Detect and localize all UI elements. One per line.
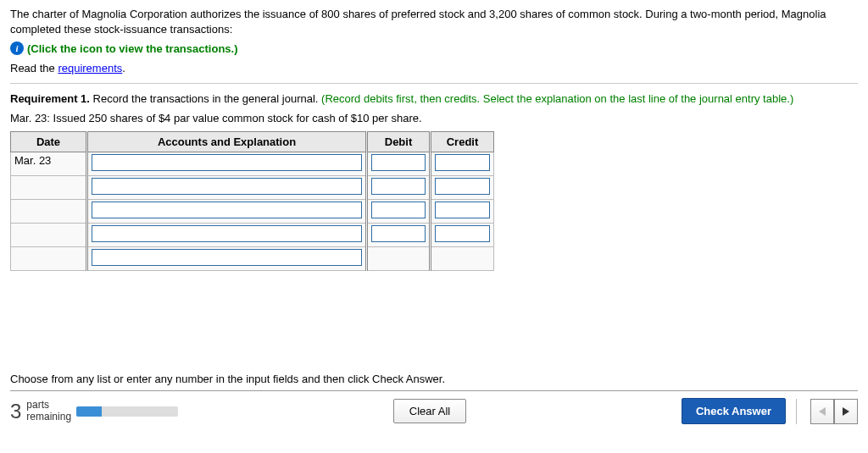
- date-cell: [11, 176, 87, 200]
- info-icon[interactable]: i: [10, 41, 24, 55]
- date-cell: [11, 224, 87, 247]
- parts-label-top: parts: [26, 400, 71, 411]
- check-answer-button[interactable]: Check Answer: [682, 398, 786, 424]
- table-row: [11, 224, 494, 247]
- debit-input[interactable]: [371, 154, 426, 171]
- credit-cell: [431, 200, 494, 224]
- parts-label-bottom: remaining: [26, 412, 71, 423]
- accounts-input[interactable]: [92, 225, 362, 242]
- table-row: [11, 200, 494, 224]
- accounts-input[interactable]: [92, 154, 362, 171]
- requirements-link[interactable]: requirements: [58, 62, 122, 75]
- date-cell: [11, 200, 87, 224]
- credit-cell: [431, 176, 494, 200]
- requirement-text: Record the transactions in the general j…: [90, 92, 321, 105]
- svg-marker-1: [843, 407, 849, 416]
- credit-cell: [431, 247, 494, 271]
- credit-cell: [431, 224, 494, 247]
- problem-intro: The charter of Magnolia Corporation auth…: [10, 7, 858, 36]
- divider: [796, 399, 797, 424]
- separator: [10, 83, 858, 84]
- transaction-text: Mar. 23: Issued 250 shares of $4 par val…: [10, 112, 858, 124]
- credit-input[interactable]: [435, 154, 490, 171]
- requirement-label: Requirement 1.: [10, 92, 90, 105]
- clear-all-button[interactable]: Clear All: [393, 399, 466, 423]
- view-transactions-link[interactable]: (Click the icon to view the transactions…: [27, 42, 238, 55]
- svg-marker-0: [819, 407, 826, 416]
- credit-cell: [431, 152, 494, 176]
- next-button[interactable]: [834, 399, 858, 424]
- prev-button[interactable]: [810, 399, 834, 424]
- debit-cell: [367, 247, 431, 271]
- choose-text: Choose from any list or enter any number…: [10, 373, 858, 385]
- debit-input[interactable]: [371, 202, 426, 218]
- parts-count: 3: [10, 400, 21, 423]
- debit-cell: [367, 152, 431, 176]
- debit-input[interactable]: [371, 225, 426, 242]
- credit-input[interactable]: [435, 225, 490, 242]
- requirement-instruction: (Record debits first, then credits. Sele…: [321, 92, 793, 105]
- table-row: [11, 176, 494, 200]
- period: .: [122, 62, 125, 75]
- accounts-input[interactable]: [92, 178, 362, 195]
- debit-cell: [367, 200, 431, 224]
- footer-separator: [10, 390, 858, 391]
- debit-input[interactable]: [371, 178, 426, 195]
- table-row: [11, 247, 494, 271]
- header-credit: Credit: [431, 132, 494, 152]
- credit-input[interactable]: [435, 178, 490, 195]
- table-row: Mar. 23: [11, 152, 494, 176]
- date-cell: Mar. 23: [11, 152, 87, 176]
- accounts-input[interactable]: [92, 249, 362, 266]
- header-debit: Debit: [367, 132, 431, 152]
- debit-cell: [367, 176, 431, 200]
- accounts-cell: [87, 247, 367, 271]
- journal-table: Date Accounts and Explanation Debit Cred…: [10, 131, 494, 271]
- accounts-cell: [87, 224, 367, 247]
- accounts-cell: [87, 176, 367, 200]
- debit-cell: [367, 224, 431, 247]
- header-accounts: Accounts and Explanation: [87, 132, 367, 152]
- date-cell: [11, 247, 87, 271]
- read-the-text: Read the: [10, 62, 58, 75]
- progress-bar: [76, 406, 178, 417]
- parts-remaining: 3 parts remaining: [10, 400, 178, 423]
- accounts-cell: [87, 200, 367, 224]
- credit-input[interactable]: [435, 202, 490, 218]
- footer-bar: 3 parts remaining Clear All Check Answer: [10, 398, 858, 424]
- accounts-input[interactable]: [92, 202, 362, 218]
- header-date: Date: [11, 132, 87, 152]
- accounts-cell: [87, 152, 367, 176]
